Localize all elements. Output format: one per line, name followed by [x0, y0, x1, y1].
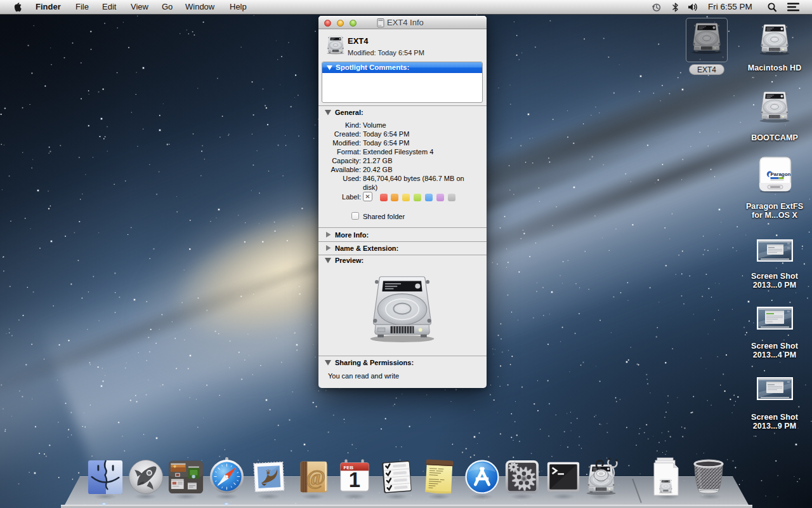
- svg-text:Paragon: Paragon: [771, 171, 791, 177]
- svg-text:@: @: [306, 466, 326, 489]
- svg-text:1: 1: [349, 468, 360, 491]
